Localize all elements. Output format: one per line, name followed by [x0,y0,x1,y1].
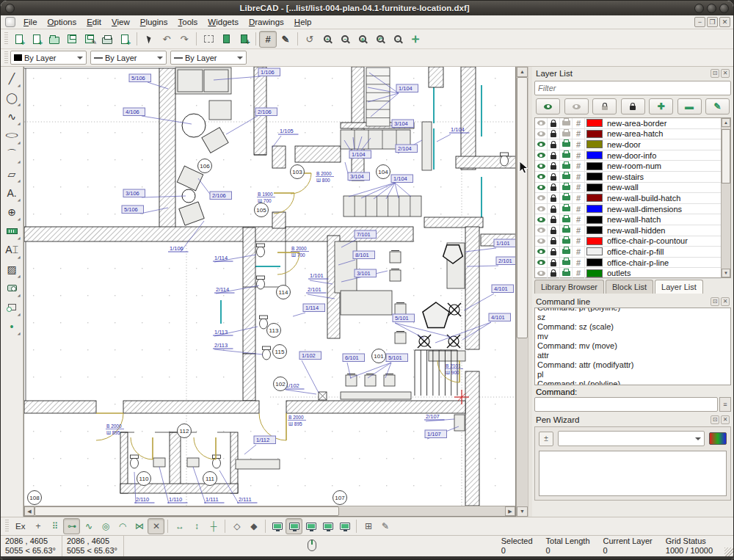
layer-lock-cell[interactable] [548,204,560,214]
add-block-button[interactable]: ⊞ [360,518,377,534]
layer-visibility-cell[interactable] [535,258,548,268]
layer-visibility-cell[interactable] [535,204,548,214]
layer-row[interactable]: #office-chair-p-line [535,258,721,269]
line-tool[interactable]: ╱ [3,69,21,87]
layer-construction-cell[interactable]: # [573,150,585,161]
layer-lock-cell[interactable] [548,129,560,139]
layer-visibility-cell[interactable] [535,161,548,171]
layer-print-cell[interactable] [560,118,573,128]
layer-visibility-cell[interactable] [535,183,548,193]
layer-print-cell[interactable] [560,193,573,203]
add-entity-button[interactable]: ✎ [377,518,393,534]
layer-visibility-cell[interactable] [535,236,548,247]
width-combo[interactable]: By Layer [90,51,167,65]
snap-entity-button[interactable]: ∿ [80,518,97,534]
layer-print-cell[interactable] [560,225,573,236]
zoom-pan-button[interactable]: ✛ [407,31,424,48]
layer-scroll-down-icon[interactable]: ▼ [722,269,730,277]
save-as-button[interactable] [81,31,98,48]
undo-button[interactable]: ↶ [158,31,175,48]
title-bar[interactable]: LibreCAD - [...list/list-004-plan-04.1-f… [1,1,733,15]
layer-construction-cell[interactable]: # [573,118,585,128]
layer-row[interactable]: #new-wall-build-hatch [535,193,721,204]
layer-color-swatch[interactable] [586,172,603,181]
child-restore-button[interactable]: ❐ [707,17,718,27]
layer-construction-cell[interactable]: # [573,172,585,182]
layer-lock-cell[interactable] [548,236,560,247]
layer-print-cell[interactable] [560,161,573,171]
layer-visibility-cell[interactable] [535,118,548,128]
child-close-button[interactable]: ✕ [719,17,730,27]
layer-construction-cell[interactable]: # [573,129,585,139]
menu-edit[interactable]: Edit [81,17,106,27]
layer-color-swatch[interactable] [586,258,603,266]
circle-tool[interactable]: ◯ [3,88,21,106]
layer-color-swatch[interactable] [586,226,603,234]
layer-row[interactable]: #new-door [535,139,721,150]
layer-row[interactable]: #new-door-info [535,150,721,161]
menu-help[interactable]: Help [289,17,317,27]
close-button[interactable] [719,4,729,13]
layer-print-cell[interactable] [560,183,573,193]
snap-center-button[interactable]: ◎ [97,518,114,534]
layer-color-swatch[interactable] [586,194,603,202]
view-4-button[interactable] [319,518,336,534]
close-panel-icon[interactable]: ✕ [721,69,730,78]
pointer-button[interactable] [140,31,158,48]
layer-color-swatch[interactable] [586,247,603,255]
tab-library-browser[interactable]: Library Browser [534,280,604,294]
restrict-horizontal-button[interactable]: ↔ [171,518,188,534]
layer-print-cell[interactable] [560,214,573,225]
layer-color-swatch[interactable] [586,216,603,224]
float-panel-icon[interactable]: ⊡ [711,415,719,424]
layer-print-cell[interactable] [560,172,573,182]
menu-view[interactable]: View [106,17,135,27]
scroll-down-icon[interactable]: ▼ [517,506,528,517]
layer-visibility-cell[interactable] [535,139,548,150]
modify-tool[interactable]: ⊕ [3,203,21,221]
layer-row[interactable]: #office-chair-p-fill [535,247,721,258]
pen-plusminus-button[interactable]: ± [539,432,553,446]
layer-lock-cell[interactable] [548,118,560,128]
layer-lock-cell[interactable] [548,225,560,236]
layer-visibility-cell[interactable] [535,247,548,257]
unlock-all-layers-button[interactable] [592,98,617,114]
remove-layer-button[interactable]: ▬ [677,98,702,114]
pen-favorites-combo[interactable] [558,431,705,446]
layer-color-swatch[interactable] [586,205,603,213]
layer-visibility-cell[interactable] [535,193,548,203]
snap-distance-button[interactable]: ⋈ [131,518,148,534]
layer-row[interactable]: #new-wall-hatch [535,214,721,225]
new-drawing-button[interactable] [10,31,28,48]
spline-tool[interactable]: ∿ [3,107,21,126]
menu-plugins[interactable]: Plugins [135,17,173,27]
minimize-button[interactable] [694,4,704,13]
hide-all-layers-button[interactable] [564,98,589,114]
float-panel-icon[interactable]: ⊡ [711,297,719,306]
layer-print-cell[interactable] [560,268,573,278]
color-combo[interactable]: By Layer [10,51,87,65]
horizontal-scroll-thumb[interactable] [34,506,339,516]
zoom-in-button[interactable]: + [319,31,336,48]
layer-construction-cell[interactable]: # [573,161,585,171]
layer-print-cell[interactable] [560,204,573,214]
layer-list-scrollbar[interactable]: ▲ ▼ [721,118,730,277]
menu-widgets[interactable]: Widgets [203,17,244,27]
menu-file[interactable]: File [18,17,43,27]
layer-color-swatch[interactable] [586,237,603,245]
snap-endpoint-button[interactable]: ⊶ [63,518,80,534]
layer-lock-cell[interactable] [548,150,560,161]
layer-row[interactable]: #new-room-num [535,161,721,172]
vertical-scroll-thumb[interactable] [517,77,528,338]
layer-row[interactable]: #new-area-hatch [535,129,721,140]
new-from-template-button[interactable] [28,31,46,48]
layer-scroll-thumb[interactable] [722,129,730,183]
pen-color-button[interactable] [709,432,727,445]
float-panel-icon[interactable]: ⊡ [711,69,719,78]
layer-row[interactable]: #new-area-border [535,118,721,129]
layer-print-cell[interactable] [560,258,573,268]
add-layer-button[interactable]: ✚ [649,98,673,114]
layer-lock-cell[interactable] [548,268,560,278]
set-relative-zero-button[interactable]: ◆ [245,518,262,534]
view-1-button[interactable] [269,518,286,534]
